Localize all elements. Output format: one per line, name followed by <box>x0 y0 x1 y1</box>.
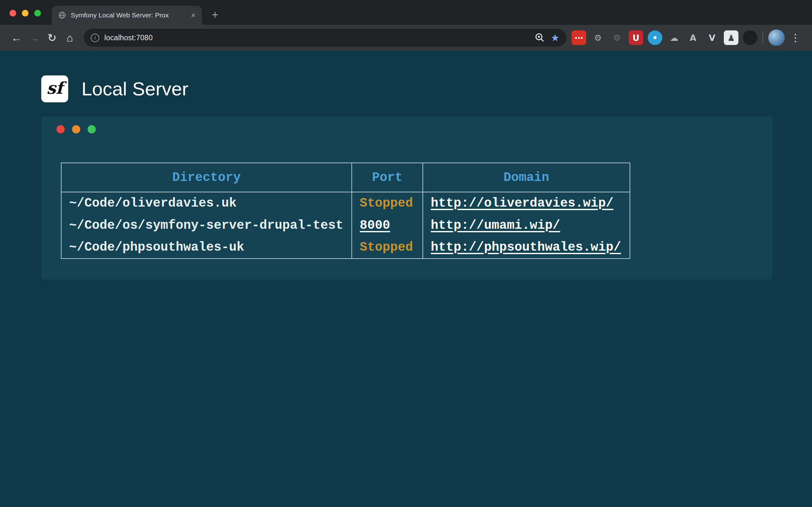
symfony-logo-text: sf <box>47 78 63 98</box>
url-text[interactable]: localhost:7080 <box>104 34 153 42</box>
home-icon[interactable]: ⌂ <box>61 29 79 47</box>
table-row: ~/Code/phpsouthwales-uk Stopped http://p… <box>61 236 630 259</box>
browser-menu-icon[interactable]: ⋮ <box>786 29 804 47</box>
window-control-dot <box>88 125 96 133</box>
ublock-extension-icon[interactable]: U <box>629 31 643 45</box>
letter-v-extension-icon[interactable]: V <box>705 31 719 45</box>
avatar[interactable] <box>768 30 785 46</box>
tab-close-icon[interactable]: × <box>191 11 196 19</box>
terminal-window-dots <box>56 125 773 133</box>
site-info-icon[interactable]: i <box>91 34 99 42</box>
address-bar[interactable]: i localhost:7080 ★ <box>84 29 566 47</box>
window-control-dot[interactable] <box>22 10 29 16</box>
gear-extension-icon[interactable]: ⚙ <box>591 31 605 45</box>
light-badge-extension-icon[interactable]: ♟ <box>724 31 739 45</box>
new-tab-button[interactable]: + <box>208 8 222 22</box>
bookmark-star-icon[interactable]: ★ <box>551 33 560 43</box>
forward-icon[interactable]: → <box>26 29 43 47</box>
extensions-area: ⋯⚙⚙U•☁AV♟ <box>571 31 757 45</box>
toolbar-separator <box>763 32 763 44</box>
github-extension-icon[interactable] <box>743 31 757 45</box>
servers-table: Directory Port Domain ~/Code/oliverdavie… <box>61 163 630 259</box>
reload-icon[interactable]: ↻ <box>43 29 61 47</box>
browser-tab[interactable]: Symfony Local Web Server: Prox × <box>52 6 202 25</box>
back-icon[interactable]: ← <box>8 29 26 47</box>
page-title: Local Server <box>82 78 189 100</box>
domain-link[interactable]: http://phpsouthwales.wip/ <box>431 240 621 255</box>
table-header-row: Directory Port Domain <box>61 163 630 192</box>
dark-gear-extension-icon[interactable]: ⚙ <box>610 31 624 45</box>
window-controls <box>9 10 41 16</box>
window-control-dot[interactable] <box>34 10 41 16</box>
browser-chrome: Symfony Local Web Server: Prox × + ← → ↻… <box>0 0 812 51</box>
tab-title: Symfony Local Web Server: Prox <box>71 11 187 19</box>
column-header-domain: Domain <box>423 163 630 192</box>
domain-link[interactable]: http://umami.wip/ <box>431 218 560 233</box>
browser-toolbar: ← → ↻ ⌂ i localhost:7080 ★ ⋯⚙⚙U•☁AV♟ ⋮ <box>0 25 812 51</box>
window-control-dot <box>72 125 80 133</box>
port-status: Stopped <box>360 196 413 210</box>
letter-a-extension-icon[interactable]: A <box>686 31 700 45</box>
domain-link[interactable]: http://oliverdavies.wip/ <box>431 196 613 210</box>
directory-cell: ~/Code/os/symfony-server-drupal-test <box>61 214 352 236</box>
page-header: sf Local Server <box>41 75 812 102</box>
zoom-icon[interactable] <box>535 33 545 43</box>
directory-cell: ~/Code/phpsouthwales-uk <box>61 236 352 259</box>
page-content: sf Local Server Directory Port Domain ~/… <box>0 51 812 280</box>
column-header-port: Port <box>352 163 423 192</box>
port-link[interactable]: 8000 <box>360 218 390 233</box>
symfony-logo: sf <box>41 75 68 102</box>
grid-menu-extension-icon[interactable]: ⋯ <box>571 31 586 45</box>
port-status: Stopped <box>360 240 413 255</box>
globe-favicon-icon <box>58 11 66 19</box>
table-row: ~/Code/os/symfony-server-drupal-test 800… <box>61 214 630 236</box>
directory-cell: ~/Code/oliverdavies.uk <box>61 192 352 214</box>
cloud-extension-icon[interactable]: ☁ <box>667 31 681 45</box>
window-control-dot <box>56 125 65 133</box>
tab-strip: Symfony Local Web Server: Prox × + <box>0 0 812 25</box>
table-row: ~/Code/oliverdavies.uk Stopped http://ol… <box>61 192 630 214</box>
blue-circle-extension-icon[interactable]: • <box>648 31 662 45</box>
column-header-directory: Directory <box>61 163 352 192</box>
window-control-dot[interactable] <box>9 10 16 16</box>
terminal-card: Directory Port Domain ~/Code/oliverdavie… <box>41 116 773 280</box>
